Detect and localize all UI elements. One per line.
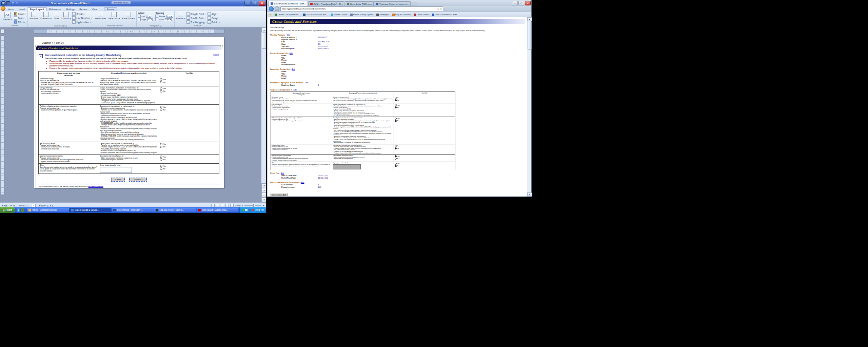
other-description-input[interactable]: [100, 167, 132, 173]
office-button[interactable]: [1, 6, 5, 11]
stepper-icon[interactable]: ▴▾: [170, 19, 171, 20]
zoom-slider[interactable]: [244, 205, 261, 206]
radio-yes[interactable]: [160, 87, 162, 90]
theme-colors-button[interactable]: Colors▾: [14, 12, 26, 16]
radio-no[interactable]: [395, 106, 397, 108]
maximize-button[interactable]: □: [518, 1, 524, 5]
taskbar-button[interactable]: 146.142.40.39 - Citrix o...: [154, 208, 196, 212]
minimize-button[interactable]: ─: [244, 1, 251, 6]
favorite-item[interactable]: TSP: Access Your Acc...: [303, 14, 328, 16]
radio-no[interactable]: [395, 158, 397, 160]
outline-view-icon[interactable]: [225, 204, 229, 207]
position-button[interactable]: Position▾: [176, 12, 185, 20]
radio-yes[interactable]: [395, 155, 397, 157]
print-layout-view-icon[interactable]: [211, 204, 215, 207]
radio-no[interactable]: [160, 167, 162, 170]
spacing-after-input[interactable]: 0 pt▴▾: [165, 18, 172, 21]
page-borders-button[interactable]: Page Borders: [122, 12, 136, 20]
tab-home[interactable]: Home: [5, 8, 17, 11]
favorite-item[interactable]: Twitter / Home: [331, 14, 347, 16]
redo-icon[interactable]: ↷: [15, 2, 18, 5]
taskbar-button[interactable]: EOB (1).pdf - Adobe Rea...: [197, 208, 238, 212]
edit-link[interactable]: Edit: [305, 82, 308, 84]
send-to-back-button[interactable]: Send to Back▾: [186, 16, 206, 20]
forward-button[interactable]: →: [275, 6, 279, 11]
rotate-button[interactable]: Rotate▾: [208, 20, 220, 24]
radio-no[interactable]: [160, 81, 162, 83]
next-page-button[interactable]: ▼: [261, 198, 266, 202]
themes-button[interactable]: Aa Themes▾: [2, 12, 13, 21]
page-scrollbar[interactable]: ▲ ▼: [527, 17, 531, 197]
previous-page-button[interactable]: ▲: [261, 188, 266, 193]
radio-yes[interactable]: [160, 165, 162, 167]
show-desktop-icon[interactable]: [21, 208, 24, 212]
line-numbers-button[interactable]: Line Numbers▾: [72, 16, 92, 20]
vertical-ruler[interactable]: [1, 36, 4, 195]
radio-yes[interactable]: [395, 163, 397, 165]
search-icon[interactable]: ⌕: [444, 8, 445, 10]
margins-button[interactable]: Margins▾: [29, 12, 39, 20]
page-indicator[interactable]: Page: 7 of 13: [2, 204, 15, 207]
radio-no[interactable]: [395, 99, 397, 101]
breaks-button[interactable]: Breaks▾: [72, 12, 92, 16]
tab-review[interactable]: Review: [77, 8, 90, 11]
scroll-down-icon[interactable]: ▼: [527, 192, 532, 197]
web-layout-view-icon[interactable]: [221, 204, 224, 207]
radio-no[interactable]: [160, 90, 162, 93]
favorite-item[interactable]: Instapaper: [376, 14, 389, 16]
antivirus-tray-icon[interactable]: [252, 209, 254, 211]
hyphenation-button[interactable]: Hyphenation▾: [72, 20, 92, 24]
close-button[interactable]: ✕: [259, 1, 265, 6]
scroll-down-icon[interactable]: ▼: [261, 183, 266, 188]
favorite-item[interactable]: Union Station: [414, 14, 429, 16]
taskbar-button[interactable]: Green Goods & Servic...: [70, 208, 111, 212]
zoom-in-icon[interactable]: +: [263, 204, 264, 207]
back-button[interactable]: ◄ Back: [111, 178, 125, 181]
undo-icon[interactable]: ↶: [11, 2, 14, 5]
favorite-item[interactable]: Blog do Torcedor: [392, 14, 411, 16]
tab-view[interactable]: View: [90, 8, 99, 11]
scroll-up-icon[interactable]: ▲: [261, 27, 266, 32]
browser-tab[interactable]: RUSH - "Headlong Flight" - Of...: [308, 1, 344, 6]
spacing-before-input[interactable]: 0 pt▴▾: [166, 15, 173, 18]
radio-yes[interactable]: [395, 145, 397, 147]
radio-yes[interactable]: [160, 156, 162, 158]
save-icon[interactable]: [6, 1, 10, 5]
maximize-button[interactable]: □: [252, 1, 258, 6]
favorite-item[interactable]: Brandt Survey System: [350, 14, 374, 16]
zoom-out-icon[interactable]: −: [242, 204, 243, 207]
radio-yes[interactable]: [395, 118, 397, 120]
theme-effects-button[interactable]: Effects▾: [14, 20, 26, 24]
spellcheck-icon[interactable]: ✓: [32, 204, 36, 207]
edit-link[interactable]: Edit: [294, 89, 297, 91]
align-button[interactable]: Align▾: [208, 12, 220, 16]
ie-quicklaunch-icon[interactable]: e: [17, 208, 20, 212]
favorite-item[interactable]: Citi® Commercial Cards: [432, 14, 457, 16]
edit-link[interactable]: Edit: [290, 52, 293, 54]
browser-tab[interactable]: Drew Curtis' FARK.com: [345, 1, 374, 6]
radio-no[interactable]: [160, 108, 162, 111]
tab-references[interactable]: References: [47, 8, 64, 11]
zoom-slider-thumb[interactable]: [253, 204, 255, 207]
tab-mailings[interactable]: Mailings: [64, 8, 77, 11]
columns-button[interactable]: Columns▾: [61, 12, 71, 20]
edit-link[interactable]: Edit: [281, 172, 284, 174]
new-tab-button[interactable]: [411, 2, 416, 6]
selection-handle[interactable]: [35, 45, 37, 47]
page-color-button[interactable]: Page Color▾: [108, 12, 121, 20]
radio-no[interactable]: [160, 158, 162, 161]
clock[interactable]: 2:06 PM: [255, 209, 264, 211]
edit-link[interactable]: Edit: [287, 34, 290, 36]
radio-yes[interactable]: [395, 104, 397, 106]
radio-no[interactable]: [395, 147, 397, 149]
stop-icon[interactable]: ✕: [440, 8, 442, 10]
close-button[interactable]: ✕: [525, 1, 531, 5]
help-email-link[interactable]: GGSHelp@bls.gov: [88, 185, 103, 187]
browser-tab[interactable]: Tuskegee Airman to receive re...: [374, 1, 411, 6]
radio-yes[interactable]: [160, 106, 162, 108]
other-description-input[interactable]: [333, 164, 361, 169]
radio-yes[interactable]: [160, 143, 162, 145]
volume-tray-icon[interactable]: [245, 209, 248, 211]
stepper-icon[interactable]: ▴▾: [149, 16, 151, 17]
radio-yes[interactable]: [160, 78, 162, 81]
